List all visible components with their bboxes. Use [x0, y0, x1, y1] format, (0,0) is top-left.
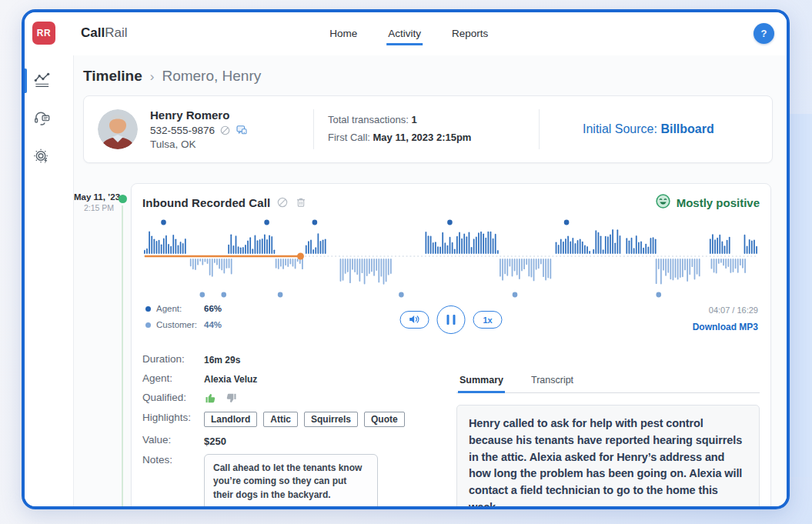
chart-icon: [33, 71, 51, 92]
block-number-icon[interactable]: [219, 125, 231, 136]
initial-source: Initial Source: Billboard: [540, 122, 714, 136]
contact-info: Henry Romero 532-555-9876: [150, 108, 313, 150]
call-details: Duration: 16m 29s Agent: Alexia Veluz Qu…: [142, 353, 456, 506]
timeline-dot: [119, 195, 127, 203]
gear-bolt-icon: [33, 148, 51, 169]
breadcrumb-separator-icon: ›: [150, 69, 155, 85]
highlight-tag[interactable]: Quote: [364, 412, 405, 427]
notes-field[interactable]: Call ahead to let the tenants know you’r…: [204, 454, 378, 506]
nav-reports[interactable]: Reports: [450, 23, 490, 45]
value-label: Value:: [142, 434, 204, 446]
initial-source-value: Billboard: [660, 122, 713, 135]
highlight-tag[interactable]: Landlord: [204, 412, 257, 427]
sidebar: [25, 55, 74, 506]
thumbs-down-icon[interactable]: [225, 392, 238, 405]
contact-card: Henry Romero 532-555-9876: [83, 95, 773, 163]
total-transactions-label: Total transactions:: [328, 114, 409, 125]
call-title: Inbound Recorded Call: [142, 196, 270, 209]
agent-talk-percent: 66%: [204, 304, 222, 313]
playback-time: 04:07 / 16:29: [693, 305, 758, 315]
duration-label: Duration:: [142, 353, 204, 365]
sidebar-item-activity[interactable]: [25, 63, 74, 98]
highlight-tag[interactable]: Squirrels: [304, 412, 358, 427]
highlights-label: Highlights:: [142, 412, 204, 423]
primary-nav: Home Activity Reports: [328, 12, 490, 55]
agent-legend-label: Agent:: [156, 304, 204, 313]
customer-dot-icon: [145, 322, 151, 328]
customer-talk-percent: 44%: [204, 320, 222, 329]
headset-chat-icon: [33, 109, 51, 130]
sidebar-item-conversations[interactable]: [25, 102, 74, 137]
contact-location: Tulsa, OK: [150, 139, 313, 150]
call-card: Inbound Recorded Call: [131, 183, 771, 506]
breadcrumb: Timeline › Romero, Henry: [74, 55, 787, 85]
top-bar: RR CallRail Home Activity Reports ?: [25, 12, 787, 55]
breadcrumb-current: Romero, Henry: [162, 68, 261, 85]
page-background-band: [789, 114, 812, 477]
first-call-value: May 11, 2023 2:15pm: [373, 132, 472, 143]
contact-stats: Total transactions: 1 First Call: May 11…: [314, 112, 539, 147]
call-date: May 11, ’23: [74, 192, 114, 202]
sidebar-item-automation-settings[interactable]: [25, 140, 74, 175]
breadcrumb-section[interactable]: Timeline: [83, 68, 142, 85]
nav-activity[interactable]: Activity: [386, 23, 423, 45]
help-button[interactable]: ?: [754, 23, 774, 44]
notes-label: Notes:: [142, 454, 204, 466]
first-call-label: First Call:: [328, 132, 370, 143]
sentiment-label: Mostly positive: [677, 196, 760, 209]
sentiment-badge: Mostly positive: [655, 193, 760, 212]
tab-summary[interactable]: Summary: [458, 372, 505, 393]
timeline-gutter: [114, 183, 131, 506]
agent-label: Agent:: [142, 372, 204, 384]
tab-transcript[interactable]: Transcript: [530, 372, 575, 393]
timeline-date: May 11, ’23 2:15 PM: [74, 183, 114, 506]
summary-text: Henry called to ask for help with pest c…: [456, 405, 760, 506]
initial-source-label: Initial Source:: [583, 122, 657, 135]
agent-dot-icon: [145, 306, 151, 312]
text-message-icon[interactable]: [236, 124, 248, 136]
volume-button[interactable]: [400, 311, 429, 329]
call-ai-panel: Summary Transcript Henry called to ask f…: [456, 372, 760, 506]
account-logo-badge[interactable]: RR: [32, 22, 55, 45]
speaker-icon: [408, 314, 421, 326]
highlight-tag[interactable]: Attic: [263, 412, 298, 427]
contact-phone-number: 532-555-9876: [150, 125, 215, 136]
customer-legend-label: Customer:: [156, 320, 204, 329]
timeline-line: [122, 205, 123, 506]
playback-speed-button[interactable]: 1x: [473, 311, 503, 329]
brand-light: Rail: [105, 25, 127, 40]
positive-smiley-icon: [655, 193, 671, 212]
talk-ratio-legend: Agent: 66% Customer: 44%: [145, 304, 222, 336]
call-time: 2:15 PM: [74, 203, 114, 212]
pause-button[interactable]: [437, 305, 466, 334]
agent-value: Alexia Veluz: [204, 372, 257, 385]
thumbs-up-icon[interactable]: [204, 392, 217, 405]
contact-name: Henry Romero: [150, 108, 313, 122]
playback-controls: 1x: [400, 305, 503, 334]
qualified-label: Qualified:: [142, 392, 204, 403]
download-mp3-link[interactable]: Download MP3: [693, 322, 758, 332]
summary-tabs: Summary Transcript: [456, 372, 760, 393]
nav-home[interactable]: Home: [328, 23, 359, 45]
waveform-svg[interactable]: [144, 215, 758, 301]
trash-icon[interactable]: [295, 196, 307, 209]
waveform[interactable]: [144, 215, 758, 301]
brand-logo[interactable]: CallRail: [81, 25, 127, 41]
highlight-tags: LandlordAtticSquirrelsQuote: [204, 412, 405, 427]
total-transactions-value: 1: [411, 114, 416, 125]
brand-bold: Call: [81, 25, 105, 40]
avatar: [98, 109, 138, 149]
main-content: Timeline › Romero, Henry He: [74, 55, 787, 506]
value-amount: $250: [204, 434, 226, 447]
duration-value: 16m 29s: [204, 353, 240, 365]
player-controls-row: Agent: 66% Customer: 44%: [142, 302, 760, 341]
block-call-icon[interactable]: [276, 196, 289, 209]
timeline-entry: May 11, ’23 2:15 PM Inbound Recorded Cal…: [74, 183, 771, 506]
app-window: RR CallRail Home Activity Reports ?: [22, 9, 790, 509]
